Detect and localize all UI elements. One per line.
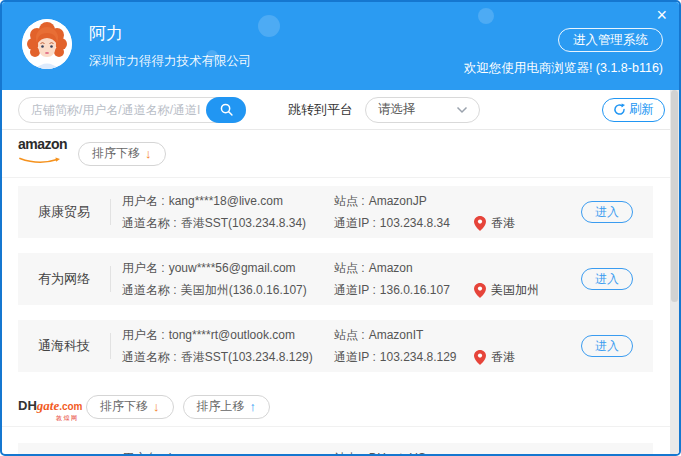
account-column: 用户名 :kang****18@live.com 通道名称 :香港SST(103… (122, 194, 334, 231)
site-column: 站点 :Amazon 通道IP :136.0.16.107 (334, 261, 474, 298)
enter-button[interactable]: 进入 (581, 335, 633, 357)
region-name: 美国加州 (491, 282, 539, 299)
channel-name-label: 通道名称 : (122, 350, 177, 364)
close-icon[interactable]: × (656, 6, 667, 24)
region-name: 香港 (491, 215, 515, 232)
channel-ip-value: 103.234.8.129 (380, 350, 457, 364)
store-row: 通海科技 用户名 :tong****rt@outlook.com 通道名称 :香… (18, 320, 653, 372)
location-pin-icon (474, 283, 486, 298)
avatar (22, 19, 72, 69)
refresh-icon (613, 103, 626, 116)
username-label: 用户名 : (122, 194, 165, 208)
username-label: 用户名 : (122, 328, 165, 342)
chevron-down-icon (456, 106, 468, 114)
account-column: 用户名 :b (122, 451, 334, 456)
username-value: youw****56@gmail.com (169, 261, 296, 275)
divider (110, 266, 111, 292)
site-label: 站点 : (334, 451, 365, 456)
sort-up-button[interactable]: 排序上移 ↑ (183, 395, 271, 419)
site-label: 站点 : (334, 194, 365, 208)
username-value: tong****rt@outlook.com (169, 328, 295, 342)
store-name: 通海科技 (18, 337, 110, 355)
site-column: 站点 :AmazonIT 通道IP :103.234.8.129 (334, 328, 474, 365)
arrow-down-icon: ↓ (145, 146, 152, 161)
search-icon (219, 102, 234, 117)
section-head-dhgate: DHgate.com 敦煌网 排序下移 ↓ 排序上移 ↑ (2, 387, 679, 427)
company-name: 深圳市力得得力技术有限公司 (89, 53, 252, 70)
username-value: b (169, 451, 176, 456)
username-label: 用户名 : (122, 451, 165, 456)
username-label: 用户名 : (122, 261, 165, 275)
search-button[interactable] (206, 97, 246, 123)
enter-button[interactable]: 进入 (581, 201, 633, 223)
account-column: 用户名 :youw****56@gmail.com 通道名称 :美国加州(136… (122, 261, 334, 298)
divider (110, 199, 111, 225)
region: 香港 (474, 215, 515, 232)
platform-select[interactable]: 请选择 (365, 97, 480, 123)
channel-ip-label: 通道IP : (334, 283, 376, 297)
store-name: 康康贸易 (18, 203, 110, 221)
channel-name-label: 通道名称 : (122, 216, 177, 230)
sort-down-button[interactable]: 排序下移 ↓ (78, 142, 166, 166)
location-pin-icon (474, 350, 486, 365)
site-label: 站点 : (334, 261, 365, 275)
channel-name-value: 香港SST(103.234.8.34) (181, 216, 306, 230)
sort-down-button[interactable]: 排序下移 ↓ (86, 395, 174, 419)
search-box (18, 97, 246, 123)
scrollbar-thumb[interactable] (671, 90, 678, 302)
site-column: 站点 :AmazonJP 通道IP :103.234.8.34 (334, 194, 474, 231)
store-row: 康康贸易 用户名 :kang****18@live.com 通道名称 :香港SS… (18, 186, 653, 238)
dhgate-logo-chinese: 敦煌网 (56, 411, 79, 425)
site-value: AmazonIT (369, 328, 424, 342)
section-head-amazon: amazon 排序下移 ↓ (2, 130, 679, 178)
user-name: 阿力 (89, 22, 123, 45)
platform-select-value: 请选择 (378, 101, 416, 118)
decor-bubble (258, 15, 280, 37)
amazon-logo: amazon (18, 138, 74, 169)
divider (110, 333, 111, 359)
channel-ip-value: 136.0.16.107 (380, 283, 450, 297)
region: 美国加州 (474, 282, 539, 299)
enter-management-button[interactable]: 进入管理系统 (558, 28, 663, 52)
dhgate-logo: DHgate.com 敦煌网 (18, 399, 82, 414)
channel-name-value: 美国加州(136.0.16.107) (181, 283, 307, 297)
toolbar: 跳转到平台 请选择 刷新 (2, 90, 679, 130)
site-value: AmazonJP (369, 194, 427, 208)
store-name: 有为网络 (18, 270, 110, 288)
decor-bubble (478, 8, 494, 24)
location-pin-icon (474, 216, 486, 231)
search-input[interactable] (19, 103, 206, 117)
channel-name-value: 香港SST(103.234.8.129) (181, 350, 313, 364)
channel-ip-value: 103.234.8.34 (380, 216, 450, 230)
arrow-up-icon: ↑ (250, 399, 257, 414)
site-value: Amazon (369, 261, 413, 275)
welcome-version-text: 欢迎您使用电商浏览器! (3.1.8-b116) (464, 60, 663, 77)
account-column: 用户名 :tong****rt@outlook.com 通道名称 :香港SST(… (122, 328, 334, 365)
region-name: 香港 (491, 349, 515, 366)
amazon-smile-icon (18, 157, 64, 165)
site-column: 站点 :DHgateUS (334, 451, 474, 456)
site-label: 站点 : (334, 328, 365, 342)
channel-ip-label: 通道IP : (334, 350, 376, 364)
app-window: × 阿力 深圳市力得得力技术有 (0, 0, 681, 456)
arrow-down-icon: ↓ (153, 399, 160, 414)
header: × 阿力 深圳市力得得力技术有 (2, 2, 679, 90)
site-value: DHgateUS (369, 451, 426, 456)
store-row: 有为网络 用户名 :youw****56@gmail.com 通道名称 :美国加… (18, 253, 653, 305)
region: 香港 (474, 349, 515, 366)
enter-button[interactable]: 进入 (581, 268, 633, 290)
scrollbar[interactable] (670, 90, 679, 454)
refresh-label: 刷新 (629, 101, 654, 118)
username-value: kang****18@live.com (169, 194, 283, 208)
refresh-button[interactable]: 刷新 (602, 98, 665, 122)
channel-ip-label: 通道IP : (334, 216, 376, 230)
jump-platform-label: 跳转到平台 (288, 101, 353, 119)
channel-name-label: 通道名称 : (122, 283, 177, 297)
store-row-partial: 用户名 :b 站点 :DHgateUS (18, 443, 653, 456)
